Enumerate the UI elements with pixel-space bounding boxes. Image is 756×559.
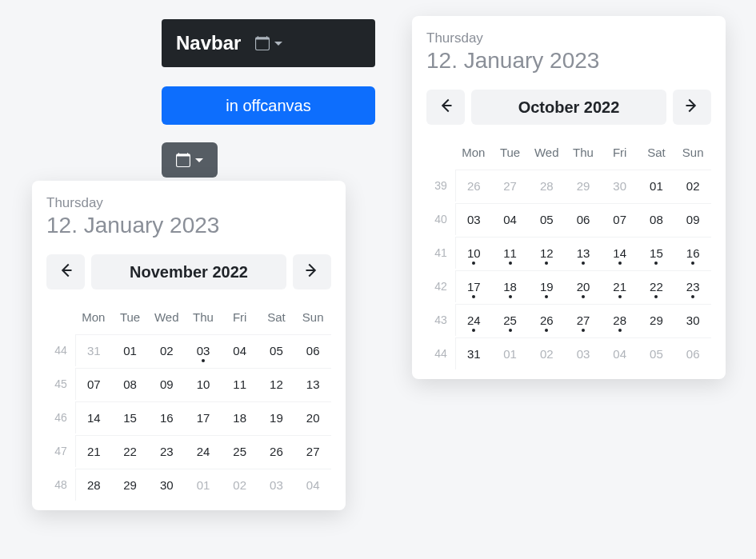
calendar-day[interactable]: 28: [602, 304, 638, 336]
calendar-day[interactable]: 12: [528, 237, 565, 269]
calendar-grid: MonTueWedThuFriSatSun4431010203040506450…: [46, 301, 331, 501]
calendar-day[interactable]: 20: [294, 401, 331, 433]
prev-month-button[interactable]: [46, 254, 85, 289]
calendar-day[interactable]: 07: [602, 203, 638, 235]
event-dot-icon: [472, 329, 475, 332]
calendar-day[interactable]: 28: [75, 469, 112, 501]
calendar-day[interactable]: 02: [148, 334, 185, 366]
calendar-day[interactable]: 16: [148, 401, 185, 433]
calendar-day[interactable]: 15: [112, 401, 149, 433]
week-number: 43: [426, 304, 455, 336]
month-title-button[interactable]: October 2022: [471, 90, 666, 125]
calendar-day[interactable]: 21: [75, 435, 112, 467]
calendar-day[interactable]: 08: [112, 368, 149, 400]
navbar-calendar-dropdown[interactable]: [255, 36, 282, 50]
navbar-brand[interactable]: Navbar: [176, 32, 241, 54]
calendar-dropdown-button[interactable]: [162, 142, 218, 178]
calendar-day[interactable]: 02: [528, 337, 565, 369]
week-number: 39: [426, 170, 455, 202]
calendar-day[interactable]: 01: [185, 469, 222, 501]
calendar-day[interactable]: 11: [492, 237, 529, 269]
calendar-day[interactable]: 30: [674, 304, 711, 336]
weekday-header: Wed: [148, 301, 185, 333]
calendar-day[interactable]: 26: [455, 170, 492, 202]
calendar-day[interactable]: 29: [565, 170, 602, 202]
calendar-day[interactable]: 22: [638, 270, 675, 302]
calendar-day[interactable]: 05: [258, 334, 295, 366]
calendar-day[interactable]: 18: [492, 270, 529, 302]
calendar-day[interactable]: 31: [75, 334, 112, 366]
calendar-day[interactable]: 07: [75, 368, 112, 400]
calendar-day[interactable]: 14: [75, 401, 112, 433]
calendar-day[interactable]: 27: [565, 304, 602, 336]
calendar-day[interactable]: 06: [565, 203, 602, 235]
calendar-day[interactable]: 25: [492, 304, 529, 336]
calendar-day[interactable]: 02: [222, 469, 258, 501]
calendar-day[interactable]: 17: [455, 270, 492, 302]
calendar-day[interactable]: 22: [112, 435, 149, 467]
weekday-header: Thu: [185, 301, 222, 333]
calendar-day[interactable]: 24: [455, 304, 492, 336]
calendar-day[interactable]: 06: [674, 337, 711, 369]
calendar-day[interactable]: 27: [294, 435, 331, 467]
calendar-day[interactable]: 09: [674, 203, 711, 235]
calendar-day[interactable]: 09: [148, 368, 185, 400]
calendar-day[interactable]: 28: [528, 170, 565, 202]
calendar-day[interactable]: 08: [638, 203, 675, 235]
calendar-day[interactable]: 03: [258, 469, 295, 501]
calendar-day[interactable]: 23: [148, 435, 185, 467]
event-dot-icon: [202, 359, 205, 362]
calendar-day[interactable]: 25: [222, 435, 258, 467]
calendar-day[interactable]: 30: [148, 469, 185, 501]
calendar-day[interactable]: 15: [638, 237, 675, 269]
calendar-day[interactable]: 16: [674, 237, 711, 269]
offcanvas-button[interactable]: in offcanvas: [162, 86, 375, 125]
calendar-day[interactable]: 19: [258, 401, 295, 433]
calendar-day[interactable]: 10: [185, 368, 222, 400]
calendar-day[interactable]: 04: [602, 337, 638, 369]
month-title-button[interactable]: November 2022: [91, 254, 286, 289]
calendar-day[interactable]: 13: [294, 368, 331, 400]
calendar-day[interactable]: 04: [222, 334, 258, 366]
calendar-day[interactable]: 20: [565, 270, 602, 302]
calendar-day[interactable]: 14: [602, 237, 638, 269]
calendar-day[interactable]: 02: [674, 170, 711, 202]
calendar-day[interactable]: 29: [638, 304, 675, 336]
calendar-day[interactable]: 17: [185, 401, 222, 433]
next-month-button[interactable]: [673, 90, 711, 125]
calendar-day[interactable]: 01: [492, 337, 529, 369]
calendar-day[interactable]: 23: [674, 270, 711, 302]
weekday-header: Sat: [258, 301, 295, 333]
datepicker-left: Thursday 12. January 2023 November 2022 …: [32, 181, 346, 510]
calendar-day[interactable]: 01: [638, 170, 675, 202]
next-month-button[interactable]: [293, 254, 331, 289]
calendar-day[interactable]: 10: [455, 237, 492, 269]
calendar-day[interactable]: 06: [294, 334, 331, 366]
event-dot-icon: [691, 295, 694, 298]
calendar-day[interactable]: 11: [222, 368, 258, 400]
calendar-day[interactable]: 27: [492, 170, 529, 202]
calendar-day[interactable]: 12: [258, 368, 295, 400]
calendar-day[interactable]: 26: [258, 435, 295, 467]
calendar-day[interactable]: 03: [185, 334, 222, 366]
prev-month-button[interactable]: [426, 90, 465, 125]
event-dot-icon: [618, 262, 622, 265]
calendar-day[interactable]: 21: [602, 270, 638, 302]
week-number: 44: [46, 334, 75, 366]
calendar-day[interactable]: 29: [112, 469, 149, 501]
calendar-day[interactable]: 13: [565, 237, 602, 269]
calendar-day[interactable]: 04: [294, 469, 331, 501]
calendar-day[interactable]: 19: [528, 270, 565, 302]
calendar-day[interactable]: 24: [185, 435, 222, 467]
calendar-day[interactable]: 30: [602, 170, 638, 202]
calendar-day[interactable]: 05: [638, 337, 675, 369]
calendar-day[interactable]: 18: [222, 401, 258, 433]
calendar-day[interactable]: 03: [455, 203, 492, 235]
calendar-day[interactable]: 04: [492, 203, 529, 235]
event-dot-icon: [472, 262, 475, 265]
calendar-day[interactable]: 05: [528, 203, 565, 235]
calendar-day[interactable]: 26: [528, 304, 565, 336]
calendar-day[interactable]: 01: [112, 334, 149, 366]
calendar-day[interactable]: 03: [565, 337, 602, 369]
calendar-day[interactable]: 31: [455, 337, 492, 369]
